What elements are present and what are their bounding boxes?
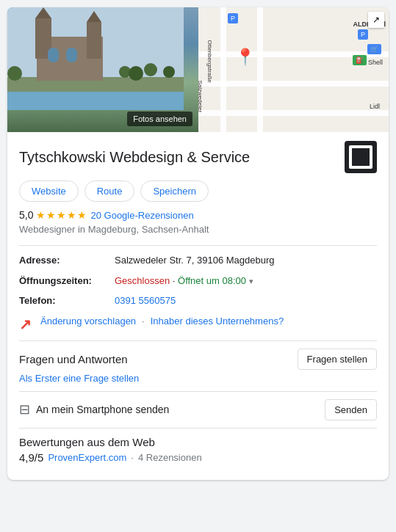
map-place-shell: Shell: [368, 59, 383, 66]
map-parking-icon2: P: [358, 29, 368, 40]
map-gas-icon: ⛽: [353, 55, 367, 65]
map-preview[interactable]: Ottenbergstraße Salzwedeler ALDI Nord Sh…: [198, 7, 389, 132]
smartphone-icon: ⊟: [19, 401, 30, 418]
hours-status: Geschlossen: [115, 275, 170, 286]
suggest-change-link[interactable]: Änderung vorschlagen: [40, 316, 136, 333]
faq-title: Fragen und Antworten: [19, 353, 128, 365]
hours-dot: ·: [173, 275, 178, 286]
website-button[interactable]: Website: [19, 181, 79, 202]
map-parking-icon: P: [228, 13, 238, 23]
hours-dropdown-arrow[interactable]: ▾: [249, 277, 253, 285]
faq-header-row: Fragen und Antworten Fragen stellen: [19, 349, 377, 370]
map-location-pin: 📍: [235, 48, 255, 67]
svg-rect-9: [66, 48, 77, 62]
bewertungen-title: Bewertungen aus dem Web: [19, 436, 377, 448]
bewertungen-score-row: 4,9/5 ProvenExpert.com · 4 Rezensionen: [19, 451, 377, 464]
route-button[interactable]: Route: [84, 181, 135, 202]
svg-rect-8: [48, 48, 59, 62]
address-label: Adresse:: [19, 253, 115, 268]
business-photo[interactable]: Fotos ansehen: [7, 7, 198, 132]
senden-button[interactable]: Senden: [325, 399, 377, 420]
svg-point-10: [7, 66, 22, 81]
map-street-label2: Salzwedeler: [198, 81, 204, 113]
logo-square: [349, 145, 372, 169]
rating-row: 5,0 ★★★★★ 20 Google-Rezensionen: [19, 209, 377, 221]
image-section: Fotos ansehen Ottenbergstraße Salzwedele…: [7, 7, 389, 132]
bewertungen-count: 4 Rezensionen: [138, 452, 202, 463]
smartphone-label: An mein Smartphone senden: [36, 404, 169, 415]
address-row: Adresse: Salzwedeler Str. 7, 39106 Magde…: [19, 253, 377, 268]
map-place-lidl: Lidl: [370, 103, 380, 110]
suggest-sep: ·: [142, 316, 145, 333]
hours-opens: Öffnet um 08:00: [178, 275, 246, 286]
speichern-button[interactable]: Speichern: [140, 181, 209, 202]
phone-label: Telefon:: [19, 294, 115, 308]
bewertungen-sep: ·: [131, 452, 134, 463]
bewertungen-score: 4,9/5: [19, 451, 43, 464]
bewertungen-source-link[interactable]: ProvenExpert.com: [48, 452, 126, 463]
address-value: Salzwedeler Str. 7, 39106 Magdeburg: [115, 253, 275, 268]
hours-label: Öffnungszeiten:: [19, 274, 115, 288]
business-content: Tytschkowski Webdesign & Service Website…: [7, 132, 389, 480]
bewertungen-section: Bewertungen aus dem Web 4,9/5 ProvenExpe…: [19, 428, 377, 471]
title-row: Tytschkowski Webdesign & Service: [19, 141, 377, 173]
suggest-row: ↗ Änderung vorschlagen · Inhaber dieses …: [19, 316, 377, 333]
map-expand-button[interactable]: ↗: [368, 12, 384, 28]
hours-row: Öffnungszeiten: Geschlossen · Öffnet um …: [19, 274, 377, 288]
phone-row: Telefon: 0391 5560575: [19, 294, 377, 308]
rating-score: 5,0: [19, 209, 33, 221]
svg-point-12: [129, 66, 143, 81]
faq-sub-link[interactable]: Als Erster eine Frage stellen: [19, 373, 377, 384]
fotos-ansehen-button[interactable]: Fotos ansehen: [127, 112, 192, 126]
owner-link[interactable]: Inhaber dieses Unternehmens?: [151, 316, 284, 333]
business-title: Tytschkowski Webdesign & Service: [19, 147, 339, 167]
smartphone-section: ⊟ An mein Smartphone senden Senden: [19, 391, 377, 428]
svg-point-13: [144, 63, 157, 76]
business-card: Fotos ansehen Ottenbergstraße Salzwedele…: [7, 7, 389, 480]
fragen-stellen-button[interactable]: Fragen stellen: [298, 349, 377, 370]
business-logo: [345, 141, 377, 173]
faq-section: Fragen und Antworten Fragen stellen Als …: [19, 340, 377, 391]
review-link[interactable]: 20 Google-Rezensionen: [90, 210, 193, 221]
divider-1: [19, 245, 377, 246]
action-buttons: Website Route Speichern: [19, 181, 377, 202]
map-street-label: Ottenbergstraße: [206, 40, 213, 83]
rating-stars: ★★★★★: [36, 209, 87, 221]
phone-value[interactable]: 0391 5560575: [115, 294, 176, 308]
map-cart-icon: 🛒: [367, 44, 381, 54]
svg-point-14: [163, 66, 175, 78]
category-text: Webdesigner in Magdeburg, Sachsen-Anhalt: [19, 224, 377, 235]
suggest-icon: ↗: [19, 316, 32, 333]
smartphone-left: ⊟ An mein Smartphone senden: [19, 401, 169, 418]
svg-rect-5: [87, 22, 101, 59]
